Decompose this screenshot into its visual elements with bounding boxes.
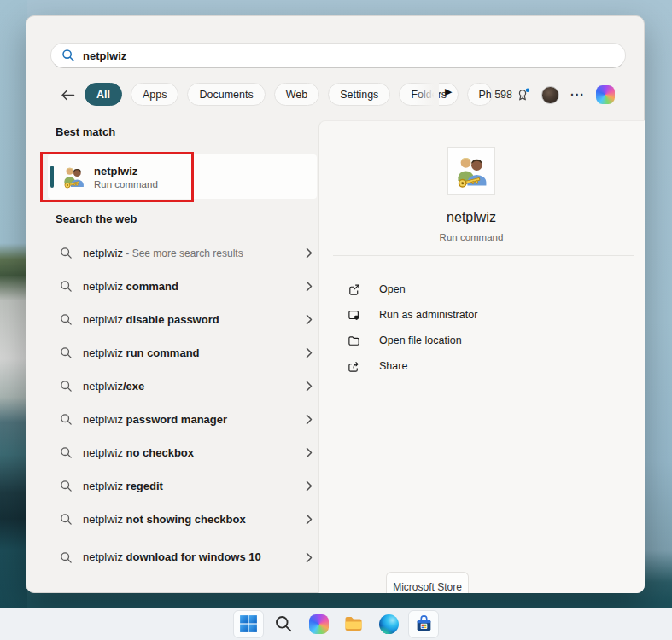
search-icon bbox=[60, 247, 73, 259]
more-options-button[interactable]: ··· bbox=[570, 88, 585, 102]
taskbar-start-button[interactable] bbox=[233, 610, 264, 638]
microsoft-store-button[interactable]: Microsoft Store bbox=[386, 572, 469, 593]
web-suggestion-row[interactable]: netplwiz no checkbox bbox=[48, 436, 317, 469]
search-icon bbox=[60, 413, 73, 426]
web-suggestion-row[interactable]: netplwiz disable password bbox=[48, 303, 317, 336]
chevron-right-icon bbox=[306, 552, 313, 563]
file-explorer-icon bbox=[343, 614, 364, 634]
action-label: Share bbox=[379, 360, 407, 372]
search-input[interactable] bbox=[83, 49, 615, 62]
suggestion-query: netplwiz bbox=[83, 313, 126, 326]
suggestion-query: netplwiz bbox=[83, 247, 123, 259]
search-flyout-panel: All Apps Documents Web Settings Folders … bbox=[26, 15, 645, 593]
best-match-row[interactable]: netplwiz Run command bbox=[48, 154, 317, 199]
search-web-heading: Search the web bbox=[56, 212, 137, 225]
search-icon bbox=[274, 614, 293, 633]
taskbar-copilot-button[interactable] bbox=[303, 610, 334, 638]
search-icon bbox=[60, 446, 73, 459]
wallpaper-right-shore bbox=[645, 0, 672, 640]
edge-browser-icon bbox=[379, 614, 399, 634]
search-icon bbox=[60, 480, 73, 492]
chevron-right-icon bbox=[306, 480, 313, 492]
search-icon bbox=[60, 313, 73, 326]
rewards-medal-icon bbox=[516, 88, 530, 102]
best-match-text: netplwiz Run command bbox=[94, 165, 158, 189]
rewards-count: 598 bbox=[494, 89, 512, 101]
rewards-button[interactable]: 598 bbox=[494, 88, 530, 102]
tab-documents[interactable]: Documents bbox=[187, 83, 265, 106]
taskbar-store-button[interactable] bbox=[408, 610, 439, 638]
action-open-file-location[interactable]: Open file location bbox=[333, 328, 623, 353]
web-suggestion-row[interactable]: netplwiz - See more search results bbox=[48, 236, 317, 270]
search-icon bbox=[61, 49, 75, 62]
suggestion-suffix: download for windows 10 bbox=[126, 550, 261, 563]
tab-apps[interactable]: Apps bbox=[131, 83, 179, 106]
taskbar-edge-button[interactable] bbox=[373, 610, 404, 638]
taskbar-search-button[interactable] bbox=[268, 610, 299, 638]
search-icon bbox=[60, 380, 73, 393]
best-match-title: netplwiz bbox=[94, 165, 158, 177]
web-suggestion-row[interactable]: netplwiz download for windows 10 bbox=[48, 536, 317, 579]
chevron-right-icon bbox=[306, 281, 313, 292]
web-suggestion-row[interactable]: netplwiz password manager bbox=[48, 403, 317, 436]
suggestion-query: netplwiz bbox=[83, 280, 126, 293]
preview-icon-box bbox=[447, 147, 495, 195]
netplwiz-app-icon bbox=[61, 164, 86, 189]
suggestion-suffix: disable password bbox=[126, 313, 219, 326]
search-web-list: netplwiz - See more search results netpl… bbox=[48, 236, 317, 579]
best-match-subtitle: Run command bbox=[94, 179, 158, 189]
microsoft-store-icon bbox=[414, 614, 434, 634]
chevron-right-icon bbox=[306, 247, 313, 259]
taskbar bbox=[0, 608, 672, 640]
tab-photos-truncated[interactable]: Ph bbox=[467, 83, 493, 106]
tab-web[interactable]: Web bbox=[274, 83, 319, 106]
copilot-icon[interactable] bbox=[596, 85, 615, 104]
suggestion-suffix: password manager bbox=[126, 413, 228, 426]
tab-all[interactable]: All bbox=[85, 83, 122, 106]
chevron-right-icon bbox=[306, 381, 313, 392]
suggestion-query: netplwiz bbox=[83, 513, 126, 526]
suggestion-query: netplwiz bbox=[83, 446, 126, 459]
user-avatar[interactable] bbox=[541, 86, 559, 104]
back-button[interactable] bbox=[57, 85, 78, 104]
web-suggestion-row[interactable]: netplwiz command bbox=[48, 270, 317, 303]
chevron-right-icon bbox=[306, 514, 313, 525]
share-icon bbox=[348, 360, 360, 373]
search-icon bbox=[60, 551, 73, 564]
search-icon bbox=[60, 280, 73, 293]
filter-pills: All Apps Documents Web Settings Folders … bbox=[85, 83, 493, 106]
web-suggestion-row[interactable]: netplwiz/exe bbox=[48, 369, 317, 403]
taskbar-file-explorer-button[interactable] bbox=[338, 610, 369, 638]
preview-title: netplwiz bbox=[319, 210, 623, 225]
chevron-right-icon bbox=[306, 347, 313, 358]
admin-shield-icon bbox=[348, 309, 360, 322]
suggestion-suffix: regedit bbox=[126, 480, 163, 492]
action-label: Open bbox=[379, 283, 406, 295]
action-share[interactable]: Share bbox=[333, 353, 623, 379]
web-suggestion-row[interactable]: netplwiz not showing checkbox bbox=[48, 503, 317, 536]
selection-accent-bar bbox=[50, 166, 54, 188]
suggestion-suffix: /exe bbox=[123, 380, 144, 393]
tabs-overflow-button[interactable]: ▶ bbox=[445, 86, 452, 97]
tab-settings[interactable]: Settings bbox=[328, 83, 390, 106]
web-suggestion-row[interactable]: netplwiz run command bbox=[48, 336, 317, 369]
action-open[interactable]: Open bbox=[333, 276, 623, 302]
preview-subtitle: Run command bbox=[319, 232, 623, 242]
search-icon bbox=[60, 513, 73, 526]
suggestion-query: netplwiz bbox=[83, 480, 126, 492]
preview-actions: Open Run as administrator Open file loca… bbox=[333, 276, 623, 379]
suggestion-suffix: run command bbox=[126, 346, 200, 359]
suggestion-query: netplwiz bbox=[83, 346, 126, 359]
open-external-icon bbox=[348, 283, 360, 296]
best-match-heading: Best match bbox=[56, 125, 115, 138]
action-run-as-administrator[interactable]: Run as administrator bbox=[333, 302, 623, 328]
search-box[interactable] bbox=[50, 43, 626, 68]
search-icon bbox=[60, 346, 73, 359]
suggestion-suffix: command bbox=[126, 280, 178, 293]
action-label: Run as administrator bbox=[379, 309, 477, 321]
chevron-right-icon bbox=[306, 414, 313, 425]
web-suggestion-row[interactable]: netplwiz regedit bbox=[48, 469, 317, 503]
action-label: Open file location bbox=[379, 335, 462, 346]
chevron-right-icon bbox=[306, 314, 313, 325]
preview-divider bbox=[333, 255, 634, 256]
